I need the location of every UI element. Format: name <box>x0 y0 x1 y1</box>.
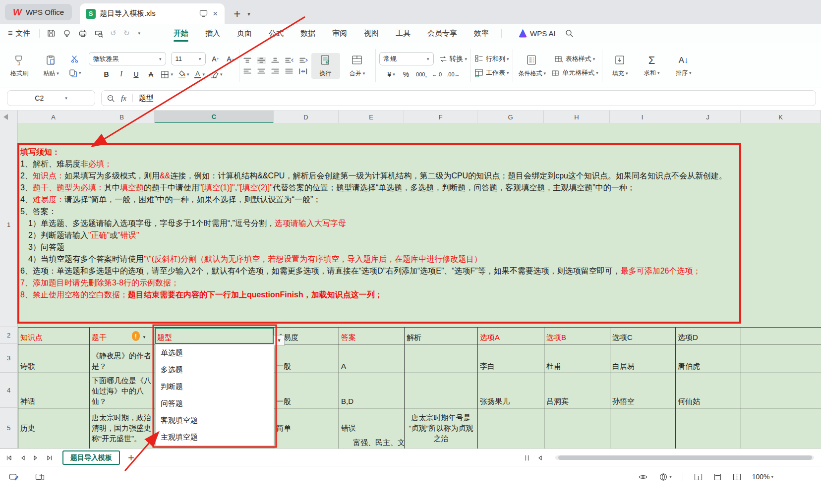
column-header-F[interactable]: F <box>404 111 477 123</box>
menu-tab-4[interactable]: 公式 <box>260 24 292 43</box>
cell-I4[interactable]: 孙悟空 <box>610 373 676 408</box>
header-cell-E2[interactable]: 答案 <box>339 328 405 344</box>
header-cell-C2[interactable]: 题型 <box>155 328 274 344</box>
header-cell-K2[interactable] <box>741 328 821 344</box>
column-header-I[interactable]: I <box>610 111 675 123</box>
handwriting-input-icon[interactable] <box>9 473 18 481</box>
cell-K3[interactable] <box>741 344 821 373</box>
last-sheet-icon[interactable] <box>46 455 53 461</box>
column-header-B[interactable]: B <box>89 111 155 123</box>
next-sheet-icon[interactable] <box>33 455 38 461</box>
cell-D4[interactable]: 一般 <box>274 373 339 408</box>
menu-tab-6[interactable]: 审阅 <box>324 24 355 43</box>
cell-G5[interactable] <box>478 408 544 448</box>
search-icon[interactable] <box>565 29 574 38</box>
cell-F3[interactable] <box>405 344 478 373</box>
print-preview-icon[interactable] <box>94 29 103 38</box>
format-painter-button[interactable]: 格式刷 <box>5 53 34 79</box>
column-header-K[interactable]: K <box>741 111 821 123</box>
save-icon[interactable] <box>47 29 56 38</box>
menu-tab-2[interactable]: 插入 <box>197 24 229 43</box>
row-header-4[interactable]: 4 <box>0 373 18 408</box>
comma-format-button[interactable]: 000, <box>416 69 427 79</box>
file-menu[interactable]: 文件 <box>15 29 30 38</box>
print-icon[interactable] <box>78 29 87 38</box>
dropdown-option-4[interactable]: 问答题 <box>156 395 274 412</box>
first-sheet-icon[interactable] <box>6 455 12 461</box>
menu-tab-5[interactable]: 数据 <box>292 24 324 43</box>
cell-F5[interactable]: 唐太宗时期年号是“贞观”所以称为贞观之治 <box>405 408 478 448</box>
align-center-icon[interactable] <box>257 68 266 75</box>
fill-color-button[interactable]: ▾ <box>178 69 189 79</box>
dropdown-toggle-icon[interactable]: ▼ <box>274 335 285 346</box>
screen-share-icon[interactable] <box>199 10 208 17</box>
worksheet-button[interactable]: 工作表▾ <box>474 68 509 78</box>
sheet-grid[interactable]: 12345 填写须知：1、解析、难易度非必填；2、知识点：如果填写为多级模式，则… <box>0 123 821 448</box>
zoom-control[interactable]: 100%▾ <box>752 473 773 481</box>
export-icon[interactable] <box>62 29 71 38</box>
page-break-view-icon[interactable] <box>733 473 741 481</box>
increase-font-button[interactable]: A+ <box>211 54 221 64</box>
cell-E3[interactable]: A <box>339 344 405 373</box>
table-style-button[interactable]: 表格样式▾ <box>551 54 598 64</box>
menu-tab-10[interactable]: 效率 <box>466 24 497 43</box>
cell-B5[interactable]: 唐太宗时期，政治清明，国力强盛史称“开元盛世”。 <box>90 408 155 448</box>
increase-decimal-button[interactable]: ←.0 <box>432 69 442 79</box>
normal-view-icon[interactable] <box>694 473 703 481</box>
row-header-3[interactable]: 3 <box>0 344 18 373</box>
column-header-J[interactable]: J <box>675 111 741 123</box>
side-by-side-view-icon[interactable] <box>35 473 45 481</box>
cell-J3[interactable]: 唐伯虎 <box>676 344 741 373</box>
cell-J4[interactable]: 何仙姑 <box>676 373 741 408</box>
cell-reference-box[interactable]: C2 ▾ <box>7 90 95 106</box>
cell-I3[interactable]: 白居易 <box>610 344 676 373</box>
formula-input[interactable]: fx 题型 <box>101 90 816 106</box>
column-header-C[interactable]: C <box>155 111 274 123</box>
cell-D3[interactable]: 一般 <box>274 344 339 373</box>
dropdown-option-1[interactable]: 单选题 <box>156 344 274 361</box>
merge-cells-button[interactable]: 合并▾ <box>343 53 372 79</box>
cell-B3[interactable]: 《静夜思》的作者是？ <box>90 344 155 373</box>
column-header-A[interactable]: A <box>18 111 89 123</box>
dropdown-option-2[interactable]: 多选题 <box>156 361 274 378</box>
font-name-select[interactable]: 微软雅黑▾ <box>89 52 166 65</box>
decrease-indent-icon[interactable] <box>285 57 294 64</box>
cut-button[interactable] <box>68 54 81 64</box>
header-cell-H2[interactable]: 选项B <box>544 328 610 344</box>
number-format-select[interactable]: 常规▾ <box>379 52 434 65</box>
cell-H4[interactable]: 吕洞宾 <box>544 373 610 408</box>
borders-button[interactable]: ▾ <box>161 69 173 79</box>
align-top-icon[interactable] <box>243 57 252 64</box>
cell-E4[interactable]: B,D <box>339 373 405 408</box>
cell-F4[interactable] <box>405 373 478 408</box>
undo-icon[interactable]: ↺ <box>110 29 117 38</box>
cell-style-button[interactable]: 单元格样式▾ <box>551 68 598 78</box>
eraser-button[interactable]: ▾ <box>210 69 223 79</box>
new-tab-button[interactable]: + <box>234 9 240 19</box>
scrollbar-thumb[interactable] <box>558 455 812 460</box>
wrap-text-button[interactable]: 换行 <box>311 53 340 79</box>
cell-E5[interactable]: 错误 <box>339 408 405 448</box>
warning-icon[interactable]: ! <box>132 331 140 341</box>
column-header-D[interactable]: D <box>274 111 339 123</box>
decrease-font-button[interactable]: A− <box>226 54 235 64</box>
scroll-left-icon[interactable] <box>537 455 542 461</box>
eye-protect-icon[interactable] <box>638 473 648 481</box>
align-middle-icon[interactable] <box>257 57 266 64</box>
cell-D5[interactable]: 简单 <box>274 408 339 448</box>
paste-button[interactable]: 粘贴▾ <box>37 53 65 79</box>
bold-button[interactable]: B <box>101 69 111 79</box>
dropdown-option-6[interactable]: 主观填空题 <box>156 429 274 446</box>
cell-H5[interactable] <box>544 408 610 448</box>
header-cell-G2[interactable]: 选项A <box>478 328 544 344</box>
cell-I5[interactable] <box>610 408 676 448</box>
main-menu-icon[interactable]: ≡ <box>8 29 12 38</box>
add-sheet-button[interactable]: + <box>128 451 134 464</box>
column-header-E[interactable]: E <box>339 111 404 123</box>
copy-button[interactable]: ▾ <box>68 68 81 78</box>
align-right-icon[interactable] <box>271 68 280 75</box>
cell-A3[interactable]: 诗歌 <box>18 344 90 373</box>
header-cell-J2[interactable]: 选项D <box>676 328 741 344</box>
decrease-decimal-button[interactable]: .00→ <box>447 69 460 79</box>
cell-G3[interactable]: 李白 <box>478 344 544 373</box>
